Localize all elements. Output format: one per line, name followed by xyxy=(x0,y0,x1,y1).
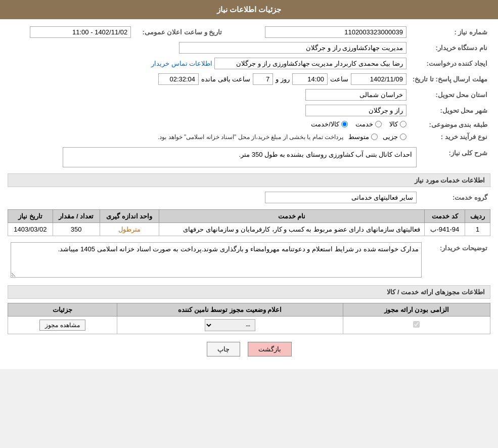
radio-motovaset[interactable]: متوسط xyxy=(348,133,378,141)
main-content: شماره نیاز : 1102003323000039 تاریخ و سا… xyxy=(0,19,498,369)
col-service-code: کد خدمت xyxy=(425,210,465,223)
license-section-title: اطلاعات مجوزهای ارائه خدمت / کالا xyxy=(8,285,490,299)
col-row-num: ردیف xyxy=(465,210,490,223)
contact-link[interactable]: اطلاعات تماس خریدار xyxy=(151,60,212,67)
city-value: راز و جرگلان xyxy=(8,103,410,118)
deadline-days: 7 xyxy=(253,73,273,85)
license-required-cell xyxy=(343,317,490,334)
col-status: اعلام وضعیت مجوز توسط نامین کننده xyxy=(117,303,343,317)
print-button[interactable]: چاپ xyxy=(207,342,240,356)
cell-date: 1403/03/02 xyxy=(8,223,53,236)
page-container: جزئیات اطلاعات نیاز شماره نیاز : 1102003… xyxy=(0,0,498,369)
page-header: جزئیات اطلاعات نیاز xyxy=(0,0,498,19)
license-details-cell: مشاهده مجوز xyxy=(8,317,117,334)
basic-info-table: شماره نیاز : 1102003323000039 تاریخ و سا… xyxy=(8,24,490,143)
col-required: الزامی بودن ارائه مجوز xyxy=(343,303,490,317)
process-row: جزیی متوسط پرداخت تمام یا بخشی از مبلغ خ… xyxy=(8,131,410,143)
services-section-title: اطلاعات خدمات مورد نیاز xyxy=(8,173,490,187)
col-unit: واحد اندازه گیری xyxy=(100,210,159,223)
process-label: نوع فرآیند خرید : xyxy=(410,131,490,143)
deadline-remaining-label: ساعت باقی مانده xyxy=(201,75,250,83)
cell-quantity: 350 xyxy=(53,223,100,236)
process-note: پرداخت تمام یا بخشی از مبلغ خرید،از محل … xyxy=(158,133,343,141)
service-row: 1 941-94-ب فعالیتهای سازمانهای دارای عضو… xyxy=(8,223,490,236)
deadline-date: 1402/11/09 xyxy=(351,73,406,85)
need-number-label: شماره نیاز : xyxy=(410,24,490,40)
license-row: -- مشاهده مجوز xyxy=(8,317,490,334)
buyer-notes-value xyxy=(8,240,425,281)
service-group-table: گروه خدمت: سایر فعالیتهای خدماتی xyxy=(8,190,490,205)
license-table: الزامی بودن ارائه مجوز اعلام وضعیت مجوز … xyxy=(8,303,490,334)
license-required-checkbox xyxy=(413,321,420,328)
deadline-days-label: روز و xyxy=(276,75,290,83)
col-service-name: نام خدمت xyxy=(159,210,425,223)
cell-code: 941-94-ب xyxy=(425,223,465,236)
service-group-value: سایر فعالیتهای خدماتی xyxy=(8,190,420,205)
buyer-org-label: نام دستگاه خریدار: xyxy=(410,40,490,56)
creator-label: ایجاد کننده درخواست: xyxy=(410,56,490,71)
cell-unit: مترطول xyxy=(100,223,159,236)
description-table: شرح کلی نیاز: احداث کانال بتنی آب کشاورز… xyxy=(8,145,490,169)
need-number-value: 1102003323000039 xyxy=(235,24,410,40)
col-date: تاریخ نیاز xyxy=(8,210,53,223)
province-value: خراسان شمالی xyxy=(8,87,410,103)
back-button[interactable]: بازگشت xyxy=(248,342,292,356)
description-value: احداث کانال بتنی آب کشاورزی روستای بشنده… xyxy=(8,145,420,169)
deadline-time: 14:00 xyxy=(292,73,328,85)
radio-jozi[interactable]: جزیی xyxy=(383,133,406,141)
radio-kala[interactable]: کالا xyxy=(389,120,406,128)
col-details: جزئیات xyxy=(8,303,117,317)
category-label: طبقه بندی موضوعی: xyxy=(410,118,490,131)
deadline-remaining: 02:32:04 xyxy=(158,73,199,85)
buyer-notes-textarea xyxy=(11,242,422,278)
creator-row: رضا بیک محمدی کاربردار مدیریت جهادکشاورز… xyxy=(8,56,410,71)
date-label: تاریخ و ساعت اعلان عمومی: xyxy=(134,24,225,40)
deadline-label: مهلت ارسال پاسخ: تا تاریخ: xyxy=(410,71,490,87)
deadline-time-label: ساعت xyxy=(330,75,348,83)
buyer-notes-label: توضیحات خریدار: xyxy=(425,240,490,281)
city-label: شهر محل تحویل: xyxy=(410,103,490,118)
license-status-cell[interactable]: -- xyxy=(117,317,343,334)
cell-row-num: 1 xyxy=(465,223,490,236)
buyer-org-value: مدیریت جهادکشاورزی راز و جرگلان xyxy=(8,40,410,56)
buyer-notes-table: توضیحات خریدار: xyxy=(8,240,490,281)
province-label: استان محل تحویل: xyxy=(410,87,490,103)
license-status-select[interactable]: -- xyxy=(205,319,255,331)
col-quantity: تعداد / مقدار xyxy=(53,210,100,223)
services-table: ردیف کد خدمت نام خدمت واحد اندازه گیری ت… xyxy=(8,209,490,236)
action-buttons: بازگشت چاپ xyxy=(8,342,490,356)
date-value: 1402/11/02 - 11:00 xyxy=(8,24,134,40)
radio-kala-khedmat[interactable]: کالا/خدمت xyxy=(311,120,348,128)
radio-khedmat[interactable]: خدمت xyxy=(355,120,382,128)
cell-name: فعالیتهای سازمانهای دارای عضو مربوط به ک… xyxy=(159,223,425,236)
category-row: کالا خدمت کالا/خدمت xyxy=(8,118,410,131)
service-group-label: گروه خدمت: xyxy=(420,190,490,205)
page-title: جزئیات اطلاعات نیاز xyxy=(217,5,281,14)
deadline-row: 1402/11/09 ساعت 14:00 روز و 7 ساعت باقی … xyxy=(8,71,410,87)
view-license-button[interactable]: مشاهده مجوز xyxy=(39,320,85,331)
description-label: شرح کلی نیاز: xyxy=(420,145,490,169)
